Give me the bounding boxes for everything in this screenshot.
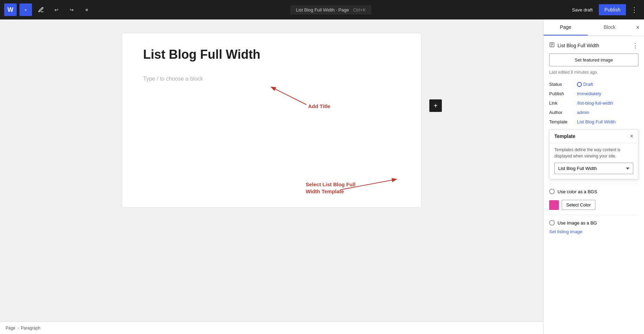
use-color-label: Use color as a BGS xyxy=(558,189,597,194)
publish-row: Publish Immediately xyxy=(549,89,638,98)
use-color-checkbox-row[interactable]: Use color as a BGS xyxy=(549,187,638,196)
template-value[interactable]: List Blog Full Width xyxy=(577,119,616,124)
main-layout: List Blog Full Width Type / to choose a … xyxy=(0,19,644,334)
use-image-label: Use Image as a BG xyxy=(558,220,597,226)
set-featured-image-button[interactable]: Set featured image xyxy=(549,54,638,66)
tab-block[interactable]: Block xyxy=(588,19,632,35)
template-popup-description: Templates define the way content is disp… xyxy=(550,143,638,163)
publish-button[interactable]: Publish xyxy=(599,4,626,15)
section-divider-2 xyxy=(549,215,638,215)
color-swatch[interactable] xyxy=(549,200,559,210)
status-value[interactable]: Draft xyxy=(577,82,593,87)
template-popup: Template × Templates define the way cont… xyxy=(549,129,638,179)
right-sidebar: Page Block × List Blog Full Width ⋮ Set … xyxy=(543,19,644,334)
save-draft-button[interactable]: Save draft xyxy=(569,5,596,15)
publish-value[interactable]: Immediately xyxy=(577,91,601,96)
template-label: Template xyxy=(549,119,577,124)
status-row: Status Draft xyxy=(549,80,638,89)
tools-button[interactable] xyxy=(35,3,47,16)
add-block-button[interactable]: + xyxy=(19,3,32,16)
section-divider-1 xyxy=(549,184,638,184)
author-value[interactable]: admin xyxy=(577,110,589,115)
publish-meta-label: Publish xyxy=(549,91,577,96)
list-view-button[interactable]: ≡ xyxy=(81,3,93,16)
page-info-bar[interactable]: List Blog Full Width · Page Ctrl+K xyxy=(290,5,371,15)
template-select-dropdown[interactable]: List Blog Full Width Default Template Fu… xyxy=(554,163,633,174)
breadcrumb-separator: › xyxy=(17,326,19,331)
block-placeholder[interactable]: Type / to choose a block xyxy=(143,72,400,85)
link-row: Link /list-blog-full-width xyxy=(549,98,638,108)
page-more-button[interactable]: ⋮ xyxy=(632,42,638,49)
redo-button[interactable]: ↪ xyxy=(65,3,78,16)
wordpress-logo[interactable]: W xyxy=(4,3,17,16)
top-toolbar: W + ↩ ↪ ≡ List Blog Full Width · Page Ct… xyxy=(0,0,644,19)
color-picker-row: Select Color xyxy=(549,198,638,212)
sidebar-close-button[interactable]: × xyxy=(631,22,644,34)
canvas-wrapper: List Blog Full Width Type / to choose a … xyxy=(122,33,421,207)
plus-icon: + xyxy=(434,102,438,110)
use-color-radio-icon xyxy=(549,189,555,194)
use-image-checkbox-row[interactable]: Use Image as a BG xyxy=(549,218,638,228)
breadcrumb-paragraph[interactable]: Paragraph xyxy=(21,326,40,331)
link-value[interactable]: /list-blog-full-width xyxy=(577,100,613,106)
shortcut-label: Ctrl+K xyxy=(353,7,365,13)
set-listing-image-link[interactable]: Set listing image xyxy=(549,229,638,234)
draft-circle-icon xyxy=(577,82,582,87)
template-popup-header: Template × xyxy=(550,130,638,143)
link-label: Link xyxy=(549,100,577,106)
template-row: Template List Blog Full Width xyxy=(549,117,638,127)
page-name-label: List Blog Full Width · Page xyxy=(296,7,349,13)
author-row: Author admin xyxy=(549,108,638,117)
author-label: Author xyxy=(549,110,577,115)
editor-canvas: List Blog Full Width Type / to choose a … xyxy=(122,33,421,207)
status-label: Status xyxy=(549,82,577,87)
undo-button[interactable]: ↩ xyxy=(50,3,63,16)
template-popup-close-button[interactable]: × xyxy=(630,133,633,139)
page-title-field[interactable]: List Blog Full Width xyxy=(143,47,400,62)
toolbar-center: List Blog Full Width · Page Ctrl+K xyxy=(96,5,566,15)
sidebar-tabs-row: Page Block × xyxy=(544,19,644,36)
select-color-button[interactable]: Select Color xyxy=(562,200,595,210)
last-edited-label: Last edited 8 minutes ago. xyxy=(549,70,638,75)
sidebar-page-title: List Blog Full Width xyxy=(558,43,629,48)
toolbar-right: Save draft Publish ⋮ xyxy=(569,4,640,15)
sidebar-panel: List Blog Full Width ⋮ Set featured imag… xyxy=(544,36,644,240)
page-header-row: List Blog Full Width ⋮ xyxy=(549,42,638,49)
add-block-inline-button[interactable]: + xyxy=(429,99,442,112)
sidebar-tabs: Page Block xyxy=(544,19,631,36)
more-options-button[interactable]: ⋮ xyxy=(629,6,640,14)
breadcrumb-page[interactable]: Page xyxy=(6,326,15,331)
page-document-icon xyxy=(549,42,555,49)
tab-page[interactable]: Page xyxy=(544,19,588,35)
editor-area: List Blog Full Width Type / to choose a … xyxy=(0,19,543,334)
template-popup-title: Template xyxy=(554,133,575,139)
breadcrumb-bar: Page › Paragraph xyxy=(0,321,543,334)
use-image-radio-icon xyxy=(549,220,555,226)
